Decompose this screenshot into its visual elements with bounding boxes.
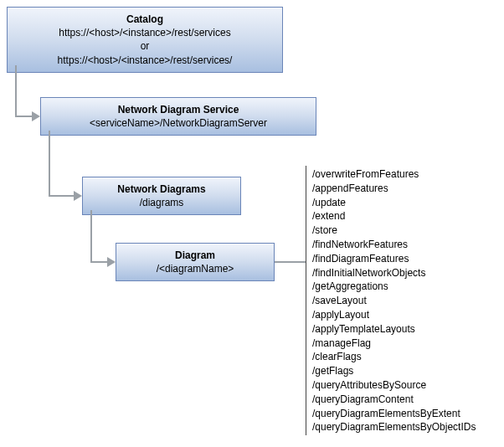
endpoint-item: /getFlags	[312, 364, 476, 378]
bracket-line	[306, 166, 306, 435]
endpoints-list: /overwriteFromFeatures /appendFeatures /…	[312, 167, 476, 434]
endpoint-item: /clearFlags	[312, 350, 476, 364]
endpoint-item: /applyLayout	[312, 308, 476, 322]
catalog-title: Catalog	[14, 13, 275, 26]
diagrams-path: /diagrams	[90, 196, 234, 209]
endpoint-item: /appendFeatures	[312, 182, 476, 196]
service-path: <serviceName>/NetworkDiagramServer	[48, 116, 309, 130]
catalog-or: or	[14, 39, 275, 53]
catalog-url2: https://<host>/<instance>/rest/services/	[14, 54, 275, 67]
connector-line	[90, 210, 92, 263]
diagram-path: /<diagramName>	[123, 262, 267, 275]
node-service: Network Diagram Service <serviceName>/Ne…	[40, 97, 316, 136]
endpoint-item: /applyTemplateLayouts	[312, 322, 476, 337]
endpoint-item: /saveLayout	[312, 294, 476, 308]
endpoint-item: /update	[312, 196, 476, 210]
endpoint-item: /queryDiagramContent	[312, 393, 476, 407]
arrow-icon	[107, 257, 116, 267]
service-title: Network Diagram Service	[48, 103, 309, 116]
endpoint-item: /store	[312, 224, 476, 238]
endpoint-item: /queryAttributesBySource	[312, 378, 476, 393]
endpoint-item: /findNetworkFeatures	[312, 238, 476, 252]
connector-line	[15, 116, 32, 117]
connector-line	[49, 195, 74, 197]
endpoint-item: /findDiagramFeatures	[312, 252, 476, 266]
endpoint-item: /overwriteFromFeatures	[312, 167, 476, 182]
endpoint-item: /extend	[312, 209, 476, 224]
endpoint-item: /queryDiagramElementsByExtent	[312, 407, 476, 421]
endpoint-item: /queryDiagramElementsByObjectIDs	[312, 420, 476, 434]
node-diagram: Diagram /<diagramName>	[116, 243, 275, 281]
arrow-icon	[74, 191, 82, 201]
connector-line	[15, 65, 17, 117]
node-catalog: Catalog https://<host>/<instance>/rest/s…	[7, 7, 283, 73]
endpoint-item: /manageFlag	[312, 337, 476, 351]
diagram-title: Diagram	[123, 249, 267, 262]
node-diagrams: Network Diagrams /diagrams	[82, 177, 241, 215]
arrow-icon	[32, 111, 40, 121]
endpoint-item: /getAggregations	[312, 280, 476, 294]
connector-line	[275, 261, 306, 263]
diagrams-title: Network Diagrams	[90, 182, 234, 196]
endpoint-item: /findInitialNetworkObjects	[312, 266, 476, 280]
catalog-url1: https://<host>/<instance>/rest/services	[14, 26, 275, 39]
connector-line	[49, 131, 50, 197]
connector-line	[90, 261, 107, 263]
